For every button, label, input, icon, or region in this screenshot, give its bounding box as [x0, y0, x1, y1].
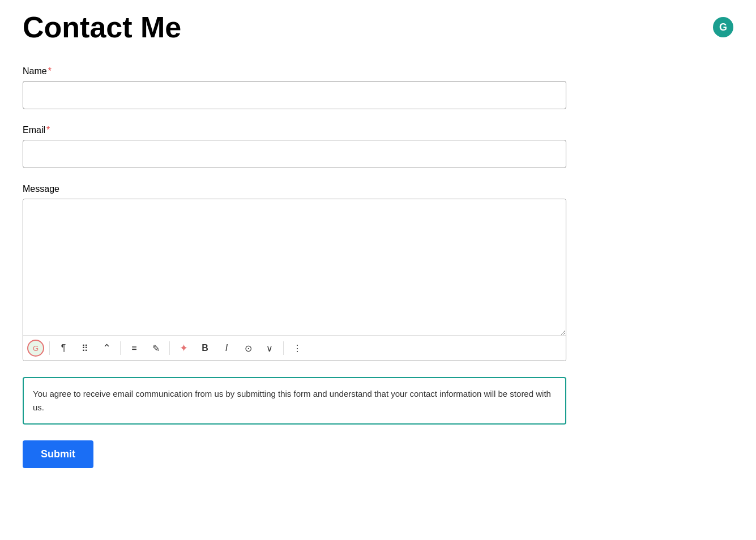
message-toolbar: G ¶ ⠿ ⌃ ≡ ✎ ✦	[23, 335, 566, 361]
paragraph-button[interactable]: ¶	[53, 338, 74, 358]
message-label: Message	[23, 184, 733, 194]
drag-button[interactable]: ⠿	[75, 338, 95, 358]
email-label: Email*	[23, 125, 733, 135]
move-button[interactable]: ⌃	[96, 338, 117, 358]
toolbar-separator-3	[169, 341, 170, 355]
email-field-group: Email*	[23, 125, 733, 168]
grammarly-badge[interactable]: G	[713, 17, 733, 37]
toolbar-separator-1	[49, 341, 50, 355]
submit-button[interactable]: Submit	[23, 440, 93, 468]
pin-button[interactable]: ✎	[146, 338, 166, 358]
bold-button[interactable]: B	[195, 338, 215, 358]
email-input[interactable]	[23, 140, 566, 168]
toolbar-separator-4	[283, 341, 284, 355]
page-title: Contact Me	[23, 11, 181, 44]
italic-button[interactable]: I	[216, 338, 237, 358]
toolbar-separator-2	[120, 341, 121, 355]
grammarly-toolbar-icon: G	[27, 340, 44, 357]
more-options-button[interactable]: ⋮	[287, 338, 307, 358]
message-field-group: Message G ¶ ⠿ ⌃ ≡	[23, 184, 733, 361]
grammarly-toolbar-button[interactable]: G	[25, 338, 46, 358]
consent-box: You agree to receive email communication…	[23, 377, 566, 425]
header-row: Contact Me G	[23, 11, 733, 44]
email-required-star: *	[46, 125, 50, 135]
sparkle-button[interactable]: ✦	[173, 338, 194, 358]
message-editor-wrapper: G ¶ ⠿ ⌃ ≡ ✎ ✦	[23, 199, 566, 361]
name-required-star: *	[48, 66, 52, 76]
name-field-group: Name*	[23, 66, 733, 109]
align-button[interactable]: ≡	[124, 338, 144, 358]
message-textarea[interactable]	[23, 199, 566, 335]
chevron-down-button[interactable]: ∨	[259, 338, 280, 358]
name-input[interactable]	[23, 81, 566, 109]
link-button[interactable]: ⊙	[238, 338, 258, 358]
name-label: Name*	[23, 66, 733, 76]
